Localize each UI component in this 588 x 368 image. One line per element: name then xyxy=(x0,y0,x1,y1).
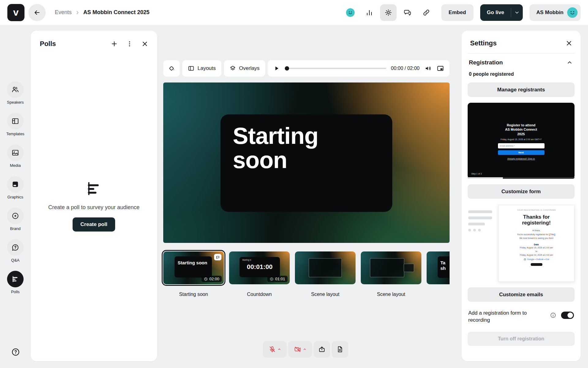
registration-form-preview: Register to attend AS Mobbin Connect 202… xyxy=(468,103,575,179)
sidebar-item-polls[interactable]: Polls xyxy=(0,271,31,294)
skeleton-line xyxy=(468,210,492,213)
account-button[interactable]: AS Mobbin xyxy=(530,4,581,21)
form-preview-next-button: Next xyxy=(498,150,545,155)
customize-form-button[interactable]: Customize form xyxy=(468,184,575,199)
scene-overlay-text: Starting soon xyxy=(175,256,212,278)
seek-bar[interactable] xyxy=(285,68,386,69)
analytics-icon xyxy=(366,9,373,16)
sidebar-item-label: Templates xyxy=(6,132,24,136)
mic-options-chevron[interactable] xyxy=(277,347,281,351)
polls-close-button[interactable] xyxy=(141,40,149,48)
email-date-end: Friday, August 22, 2025 at 2:00 am xyxy=(520,253,553,257)
transport-bar: 00:00 / 02:00 xyxy=(268,60,450,77)
breadcrumb-events-link[interactable]: Events xyxy=(55,9,72,16)
close-icon xyxy=(141,40,149,48)
skeleton-dot xyxy=(478,229,481,232)
email-skeleton xyxy=(468,210,492,232)
go-live-button[interactable]: Go live xyxy=(480,4,511,21)
camera-options-chevron[interactable] xyxy=(303,347,307,351)
sidebar-item-qa[interactable]: Q&A xyxy=(0,239,31,263)
scene-thumbnail[interactable]: Starting soon 02:00 xyxy=(163,251,224,284)
graphics-icon xyxy=(7,176,24,193)
scene-label: Countdown xyxy=(229,292,290,297)
copy-link-button[interactable] xyxy=(418,4,435,21)
email-preview: YOUR REGISTRATION IS CONFIRMED Thanks fo… xyxy=(468,205,575,282)
link-icon xyxy=(423,9,430,16)
sidebar-item-graphics[interactable]: Graphics xyxy=(0,176,31,199)
scene-overlay-line1: Ta xyxy=(440,260,450,266)
layouts-icon xyxy=(188,65,194,72)
gear-icon xyxy=(385,9,392,16)
manage-registrants-button[interactable]: Manage registrants xyxy=(468,82,575,97)
polls-empty-state: Create a poll to survey your audience Cr… xyxy=(31,180,157,232)
customize-emails-button[interactable]: Customize emails xyxy=(468,287,575,302)
scene-thumbnail[interactable]: Ta sh xyxy=(427,251,450,284)
scene-duration-badge: 01:01 xyxy=(267,276,288,282)
play-button[interactable] xyxy=(273,65,280,72)
settings-close-button[interactable] xyxy=(565,40,573,47)
email-body-line1: Hi there, xyxy=(517,229,556,233)
chevron-up-icon xyxy=(567,59,573,66)
add-registration-row: Add a registration form to recording xyxy=(468,310,575,324)
scene-layout-1: Scene layout xyxy=(295,251,356,297)
email-body-line3: We look forward to seeing you then! xyxy=(517,236,556,240)
share-screen-button[interactable] xyxy=(314,341,330,358)
notes-button[interactable] xyxy=(332,341,348,358)
sidebar-item-media[interactable]: Media xyxy=(0,144,31,168)
presence-avatar-button[interactable] xyxy=(342,4,359,21)
scene-thumbnail[interactable] xyxy=(361,251,421,284)
clock-icon xyxy=(204,277,208,281)
toggle-knob xyxy=(567,312,573,318)
calendar-links-text: Google • Outlook • iCal xyxy=(527,258,549,260)
overlays-button[interactable]: Overlays xyxy=(224,60,265,77)
registration-toggle[interactable] xyxy=(561,312,574,319)
polls-menu-button[interactable] xyxy=(126,40,133,48)
email-date-to: to xyxy=(520,250,553,253)
analytics-button[interactable] xyxy=(361,4,378,21)
embed-button[interactable]: Embed xyxy=(441,4,473,21)
layouts-label: Layouts xyxy=(198,65,216,71)
vimeo-logo[interactable]: v xyxy=(7,4,24,21)
seek-knob[interactable] xyxy=(285,66,289,71)
turn-off-registration-button[interactable]: Turn off registration xyxy=(468,332,575,346)
help-button[interactable] xyxy=(9,345,23,359)
plus-icon xyxy=(111,40,118,48)
skeleton-dots xyxy=(468,229,492,232)
sidebar-item-brand[interactable]: Brand xyxy=(0,208,31,231)
avatar-icon xyxy=(346,8,355,17)
page-title: AS Mobbin Connect 2025 xyxy=(83,9,149,16)
embed-button-label: Embed xyxy=(449,10,466,16)
background-fill-button[interactable] xyxy=(163,60,180,77)
volume-button[interactable] xyxy=(424,65,432,72)
settings-button[interactable] xyxy=(380,4,397,21)
pip-button[interactable] xyxy=(437,65,444,72)
camera-button[interactable] xyxy=(288,341,312,358)
back-button[interactable] xyxy=(28,4,46,21)
breadcrumb-chevron-icon xyxy=(75,10,80,15)
registration-section-header[interactable]: Registration xyxy=(468,53,575,66)
form-preview-email-field: Email address * xyxy=(498,143,545,148)
calendar-icon xyxy=(524,258,526,261)
add-poll-button[interactable] xyxy=(111,40,118,48)
chat-button[interactable] xyxy=(399,4,416,21)
sidebar-item-speakers[interactable]: Speakers xyxy=(0,81,31,105)
host-controls xyxy=(263,341,348,358)
layouts-button[interactable]: Layouts xyxy=(182,60,221,77)
tools-sidebar: Speakers Templates Media Graphics Brand … xyxy=(0,25,31,368)
stage-toolbar: Layouts Overlays 00:00 / 02:00 xyxy=(163,60,450,77)
scene-thumbnail[interactable]: Starting in 00:01:00 01:01 xyxy=(229,251,290,284)
create-poll-button[interactable]: Create poll xyxy=(73,217,115,232)
sidebar-item-templates[interactable]: Templates xyxy=(0,113,31,136)
polls-icon xyxy=(7,271,24,287)
scene-layout-2: Scene layout xyxy=(361,251,421,297)
info-icon[interactable] xyxy=(550,312,556,318)
scene-partial: Ta sh xyxy=(427,251,450,297)
scene-duration: 01:01 xyxy=(275,277,285,281)
scene-label: Scene layout xyxy=(361,292,421,297)
go-live-dropdown[interactable] xyxy=(511,4,523,21)
scene-thumbnail[interactable] xyxy=(295,251,356,284)
mic-button[interactable] xyxy=(263,341,287,358)
countdown-caption: Starting in xyxy=(242,259,251,261)
settings-title: Settings xyxy=(470,39,497,47)
play-circle-icon xyxy=(270,277,273,281)
